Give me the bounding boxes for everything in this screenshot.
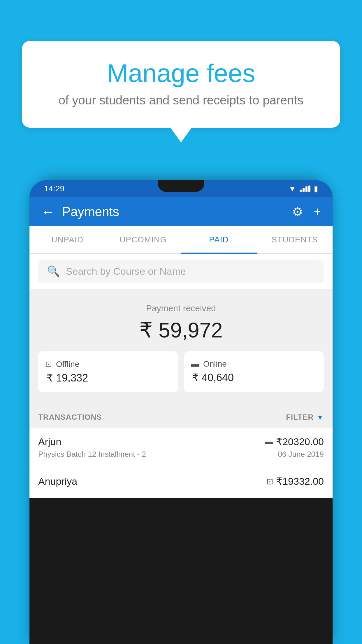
online-card-header: ▬ Online (191, 359, 317, 369)
transaction-row-top: Arjun ▬ ₹20320.00 (38, 436, 324, 447)
search-icon: 🔍 (47, 265, 60, 277)
transaction-row-bottom: Physics Batch 12 Installment - 2 06 June… (38, 450, 324, 459)
app-bar-actions: ⚙ + (292, 205, 321, 219)
add-button[interactable]: + (314, 205, 321, 219)
tabs: UNPAID UPCOMING PAID STUDENTS (29, 226, 333, 254)
phone-frame: 14:29 ▼ ▮ ← Payments ⚙ + UNPAID UPCOMING… (29, 180, 333, 644)
transaction-amount: ₹19332.00 (276, 475, 324, 487)
app-title: Payments (62, 204, 292, 219)
online-card: ▬ Online ₹ 40,640 (184, 351, 324, 392)
offline-card-header: ⊡ Offline (45, 359, 171, 369)
transaction-name: Anupriya (38, 476, 77, 487)
payment-label: Payment received (38, 303, 324, 313)
transactions-header: TRANSACTIONS FILTER ▼ (29, 407, 333, 428)
card-icon: ▬ (265, 437, 273, 446)
bubble-title: Manage fees (42, 58, 320, 88)
status-bar: 14:29 ▼ ▮ (29, 180, 333, 197)
transaction-amount: ₹20320.00 (276, 436, 324, 447)
wallet-icon: ⊡ (266, 477, 273, 486)
online-icon: ▬ (191, 359, 199, 369)
payment-total-amount: ₹ 59,972 (38, 318, 324, 342)
table-row[interactable]: Anupriya ⊡ ₹19332.00 (29, 467, 333, 498)
transaction-amount-wrap: ▬ ₹20320.00 (265, 436, 324, 447)
offline-label: Offline (56, 360, 79, 369)
transaction-course: Physics Batch 12 Installment - 2 (38, 450, 146, 459)
transaction-amount-wrap: ⊡ ₹19332.00 (266, 475, 324, 487)
tab-paid[interactable]: PAID (181, 226, 257, 253)
online-label: Online (203, 359, 227, 369)
transactions-label: TRANSACTIONS (38, 413, 102, 422)
status-icons: ▼ ▮ (289, 184, 318, 193)
tab-upcoming[interactable]: UPCOMING (105, 226, 181, 253)
search-input[interactable]: Search by Course or Name (66, 266, 186, 277)
settings-button[interactable]: ⚙ (292, 205, 303, 219)
offline-icon: ⊡ (45, 359, 52, 369)
transaction-row-top: Anupriya ⊡ ₹19332.00 (38, 475, 324, 487)
speech-bubble: Manage fees of your students and send re… (22, 41, 340, 128)
online-amount: ₹ 40,640 (191, 372, 317, 384)
bubble-subtitle: of your students and send receipts to pa… (42, 93, 320, 107)
transaction-name: Arjun (38, 436, 61, 447)
speech-bubble-container: Manage fees of your students and send re… (22, 41, 340, 128)
offline-amount: ₹ 19,332 (45, 372, 171, 384)
search-container: 🔍 Search by Course or Name (29, 254, 333, 289)
tab-students[interactable]: STUDENTS (257, 226, 333, 253)
offline-card: ⊡ Offline ₹ 19,332 (38, 351, 178, 392)
wifi-icon: ▼ (289, 184, 296, 193)
payment-cards: ⊡ Offline ₹ 19,332 ▬ Online ₹ 40,640 (38, 351, 324, 392)
payment-summary: Payment received ₹ 59,972 ⊡ Offline ₹ 19… (29, 289, 333, 407)
back-button[interactable]: ← (41, 204, 55, 220)
filter-icon: ▼ (317, 413, 324, 421)
tab-unpaid[interactable]: UNPAID (29, 226, 105, 253)
status-time: 14:29 (44, 184, 64, 193)
app-bar: ← Payments ⚙ + (29, 197, 333, 226)
transaction-date: 06 June 2019 (278, 450, 324, 459)
table-row[interactable]: Arjun ▬ ₹20320.00 Physics Batch 12 Insta… (29, 428, 333, 467)
filter-button[interactable]: FILTER ▼ (286, 413, 324, 422)
filter-label: FILTER (286, 413, 314, 422)
battery-icon: ▮ (314, 184, 318, 193)
signal-icon (300, 186, 310, 192)
search-bar[interactable]: 🔍 Search by Course or Name (38, 260, 324, 283)
